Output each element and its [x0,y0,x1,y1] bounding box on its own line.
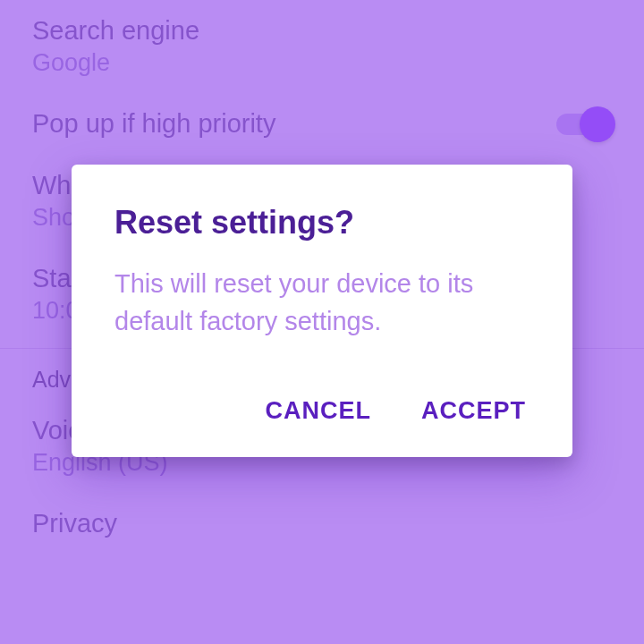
reset-settings-dialog: Reset settings? This will reset your dev… [72,165,572,457]
dialog-actions: CANCEL ACCEPT [114,390,530,432]
dialog-title: Reset settings? [114,204,530,242]
accept-button[interactable]: ACCEPT [418,390,530,432]
cancel-button[interactable]: CANCEL [261,390,375,432]
dialog-body: This will reset your device to its defau… [114,265,530,340]
